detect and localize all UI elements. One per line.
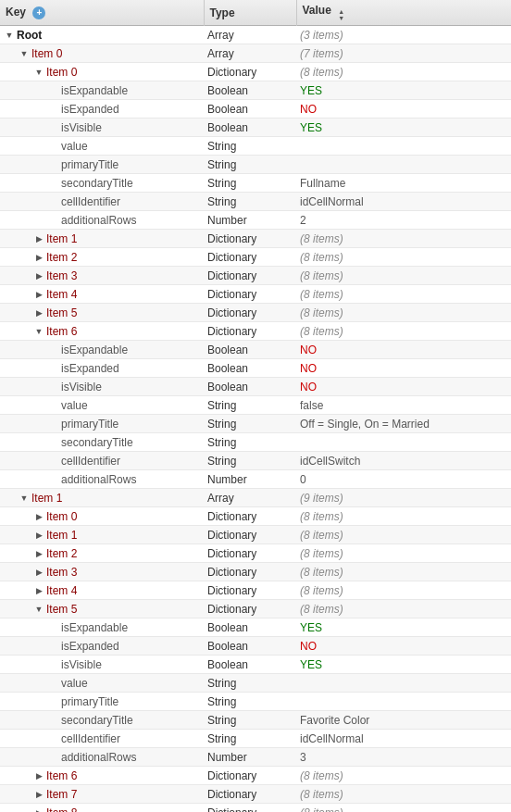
table-row: primaryTitleString <box>0 693 511 711</box>
key-label: isExpandable <box>61 621 128 634</box>
expand-triangle[interactable] <box>33 233 44 244</box>
expand-triangle[interactable] <box>33 289 44 300</box>
type-cell: String <box>204 730 296 748</box>
value-cell <box>296 674 511 693</box>
table-row: isVisibleBooleanYES <box>0 656 511 674</box>
table-row: cellIdentifierStringidCellNormal <box>0 193 511 211</box>
expand-triangle[interactable] <box>33 567 44 578</box>
expand-triangle[interactable] <box>33 530 44 541</box>
table-row: primaryTitleString <box>0 156 511 174</box>
expand-triangle[interactable] <box>33 307 44 319</box>
key-label: Item 8 <box>46 806 77 813</box>
key-label: cellIdentifier <box>61 455 120 468</box>
expand-triangle[interactable] <box>33 789 44 800</box>
key-label: primaryTitle <box>61 158 118 171</box>
expand-triangle[interactable] <box>33 585 44 596</box>
key-cell: Item 1 <box>0 526 204 544</box>
value-cell: (8 items) <box>296 507 511 526</box>
key-cell: primaryTitle <box>0 156 204 174</box>
key-label: Item 4 <box>46 584 77 597</box>
key-label: cellIdentifier <box>61 732 120 745</box>
type-cell: String <box>204 452 296 470</box>
key-cell: Item 0 <box>0 44 204 63</box>
type-cell: Boolean <box>204 618 296 637</box>
expand-triangle[interactable] <box>19 493 30 504</box>
key-cell: Item 6 <box>0 767 204 785</box>
table-row: Item 1Dictionary(8 items) <box>0 526 511 544</box>
expand-triangle[interactable] <box>33 326 44 337</box>
value-cell: idCellNormal <box>296 730 511 748</box>
key-cell: secondaryTitle <box>0 711 204 730</box>
key-label: cellIdentifier <box>61 195 120 208</box>
key-cell: additionalRows <box>0 748 204 767</box>
table-row: isExpandedBooleanNO <box>0 100 511 119</box>
value-cell: YES <box>296 81 511 100</box>
type-cell: Boolean <box>204 341 296 359</box>
value-cell: Favorite Color <box>296 711 511 730</box>
type-cell: Dictionary <box>204 785 296 804</box>
key-cell: Item 4 <box>0 285 204 304</box>
type-cell: Array <box>204 26 296 44</box>
expand-triangle[interactable] <box>33 252 44 263</box>
value-cell: YES <box>296 119 511 137</box>
table-row: isVisibleBooleanYES <box>0 119 511 137</box>
value-cell: (8 items) <box>296 767 511 785</box>
expand-triangle[interactable] <box>33 548 44 559</box>
key-cell: isExpandable <box>0 618 204 637</box>
type-cell: Array <box>204 489 296 507</box>
expand-triangle[interactable] <box>4 30 15 41</box>
value-cell: idCellSwitch <box>296 452 511 470</box>
add-button[interactable]: + <box>32 6 45 19</box>
value-cell: NO <box>296 637 511 656</box>
value-cell: NO <box>296 100 511 119</box>
key-cell: secondaryTitle <box>0 433 204 452</box>
value-cell: (8 items) <box>296 248 511 267</box>
expand-triangle[interactable] <box>33 807 44 813</box>
table-row: valueString <box>0 137 511 156</box>
type-cell: Dictionary <box>204 248 296 267</box>
key-label: Item 0 <box>46 66 77 79</box>
sort-arrows[interactable]: ▲ ▼ <box>338 8 344 21</box>
key-label: secondaryTitle <box>61 436 133 449</box>
table-row: additionalRowsNumber3 <box>0 748 511 767</box>
table-header: Key + Type Value ▲ ▼ <box>0 0 511 26</box>
value-cell: (8 items) <box>296 785 511 804</box>
table-row: Item 7Dictionary(8 items) <box>0 785 511 804</box>
expand-triangle[interactable] <box>33 270 44 281</box>
table-row: Item 0Array(7 items) <box>0 44 511 63</box>
key-cell: Item 1 <box>0 230 204 248</box>
type-cell: String <box>204 193 296 211</box>
value-cell: NO <box>296 359 511 378</box>
table-row: additionalRowsNumber2 <box>0 211 511 230</box>
value-cell: (8 items) <box>296 322 511 341</box>
table-row: cellIdentifierStringidCellNormal <box>0 730 511 748</box>
key-label: value <box>61 140 88 153</box>
value-cell: false <box>296 396 511 415</box>
key-label: secondaryTitle <box>61 714 133 727</box>
key-cell: value <box>0 137 204 156</box>
expand-triangle[interactable] <box>19 48 30 59</box>
table-row: Item 2Dictionary(8 items) <box>0 544 511 563</box>
type-cell: Boolean <box>204 359 296 378</box>
key-label: Item 0 <box>46 510 77 523</box>
table-row: Item 6Dictionary(8 items) <box>0 767 511 785</box>
expand-triangle[interactable] <box>33 770 44 781</box>
expand-triangle[interactable] <box>33 67 44 78</box>
value-cell: YES <box>296 618 511 637</box>
type-cell: Boolean <box>204 119 296 137</box>
key-cell: cellIdentifier <box>0 193 204 211</box>
key-label: Item 4 <box>46 288 77 301</box>
key-label: value <box>61 677 88 690</box>
key-cell: secondaryTitle <box>0 174 204 193</box>
key-label: isVisible <box>61 658 102 671</box>
expand-triangle[interactable] <box>33 604 44 615</box>
type-cell: Dictionary <box>204 63 296 81</box>
key-label: isExpanded <box>61 640 119 653</box>
table-row: Item 1Array(9 items) <box>0 489 511 507</box>
key-label: Root <box>17 29 42 42</box>
type-cell: String <box>204 396 296 415</box>
value-cell <box>296 156 511 174</box>
key-label: secondaryTitle <box>61 177 133 190</box>
table-row: RootArray(3 items) <box>0 26 511 44</box>
expand-triangle[interactable] <box>33 511 44 522</box>
